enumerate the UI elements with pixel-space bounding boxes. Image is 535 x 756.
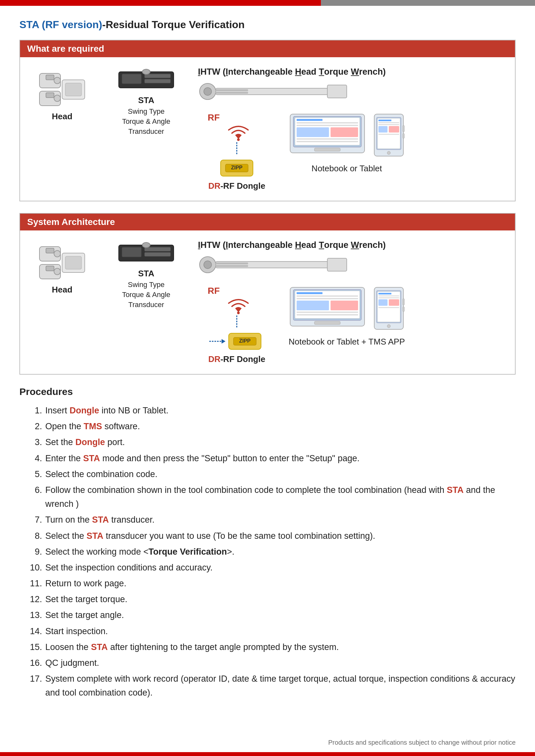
svg-rect-28 bbox=[296, 122, 358, 123]
nb-tablet-label-1: Notebook or Tablet bbox=[312, 164, 382, 174]
head-col-2: Head bbox=[27, 240, 98, 295]
list-item: 2.Open the TMS software. bbox=[26, 419, 516, 433]
rf-wifi-icon-1 bbox=[225, 123, 251, 142]
svg-rect-80 bbox=[330, 301, 358, 310]
rf-wifi-icon-2 bbox=[225, 296, 251, 315]
svg-point-2 bbox=[54, 77, 61, 84]
section1-header: What are required bbox=[20, 40, 515, 57]
dr-dongle-image-2: ZIPP bbox=[225, 328, 264, 354]
svg-rect-65 bbox=[216, 265, 248, 267]
svg-rect-48 bbox=[46, 248, 54, 253]
top-accent-bar bbox=[0, 0, 535, 6]
svg-rect-92 bbox=[379, 307, 399, 308]
svg-marker-69 bbox=[222, 339, 225, 343]
svg-rect-46 bbox=[403, 133, 404, 138]
svg-rect-79 bbox=[296, 301, 329, 310]
svg-rect-94 bbox=[403, 299, 404, 305]
sta-sublabel-1: Swing TypeTorque & AngleTransducer bbox=[122, 107, 170, 136]
dr-dongle-image-1: ZIPP bbox=[217, 155, 256, 181]
svg-point-52 bbox=[54, 268, 61, 275]
sta-sublabel-2: Swing TypeTorque & AngleTransducer bbox=[122, 280, 170, 310]
section1-top-row: Head STA Swing TypeTorque & AngleTransdu… bbox=[27, 67, 508, 191]
ihtw-image-2 bbox=[198, 254, 353, 276]
svg-rect-32 bbox=[296, 138, 358, 140]
list-item: 11.Return to work page. bbox=[26, 577, 516, 590]
head-image-2 bbox=[36, 243, 88, 282]
head-col: Head bbox=[27, 67, 98, 122]
list-item: 14.Start inspection. bbox=[26, 624, 516, 638]
tablet-image-2 bbox=[373, 286, 405, 331]
notebook-image-2 bbox=[289, 286, 366, 331]
list-item: 17.System complete with work record (ope… bbox=[26, 672, 516, 700]
list-item: 1.Insert Dongle into NB or Tablet. bbox=[26, 404, 516, 418]
list-item: 4.Enter the STA mode and then press the … bbox=[26, 451, 516, 466]
svg-rect-64 bbox=[216, 262, 248, 264]
svg-rect-90 bbox=[379, 299, 387, 306]
svg-rect-89 bbox=[379, 297, 399, 298]
svg-point-66 bbox=[237, 311, 240, 314]
svg-text:ZIPP: ZIPP bbox=[239, 338, 251, 343]
notebook-image-1 bbox=[289, 113, 366, 158]
svg-rect-40 bbox=[379, 124, 399, 125]
dr-label-1: DR-RF Dongle bbox=[208, 181, 265, 191]
list-item: 3.Set the Dongle port. bbox=[26, 435, 516, 449]
svg-rect-33 bbox=[296, 141, 358, 142]
svg-rect-41 bbox=[379, 126, 387, 132]
svg-rect-76 bbox=[296, 292, 323, 294]
svg-point-93 bbox=[387, 325, 390, 328]
ihtw-label-1: IHTW (Interchangeable Head Torque Wrench… bbox=[198, 67, 386, 77]
list-item: 8.Select the STA transducer you want to … bbox=[26, 529, 516, 543]
title-main: -Residual Torque Verification bbox=[102, 19, 244, 30]
svg-rect-87 bbox=[379, 293, 391, 294]
svg-rect-29 bbox=[296, 125, 358, 126]
svg-point-14 bbox=[204, 88, 211, 95]
head-label-2: Head bbox=[52, 285, 72, 295]
svg-point-61 bbox=[204, 261, 211, 269]
svg-rect-57 bbox=[145, 247, 170, 251]
sta-image-2 bbox=[117, 240, 175, 266]
svg-rect-30 bbox=[296, 127, 329, 137]
svg-rect-78 bbox=[296, 298, 358, 299]
svg-rect-83 bbox=[314, 321, 340, 325]
svg-point-12 bbox=[142, 69, 150, 74]
svg-rect-81 bbox=[296, 311, 358, 313]
bottom-accent-bar bbox=[0, 752, 535, 756]
list-item: 5.Select the combination code. bbox=[26, 467, 516, 481]
ihtw-col-2: IHTW (Interchangeable Head Torque Wrench… bbox=[185, 240, 508, 364]
svg-point-5 bbox=[54, 95, 61, 101]
dashed-connector-2 bbox=[232, 315, 241, 328]
svg-rect-82 bbox=[296, 314, 358, 315]
svg-rect-39 bbox=[379, 122, 399, 123]
svg-rect-16 bbox=[327, 85, 347, 98]
head-label: Head bbox=[52, 112, 72, 122]
svg-rect-31 bbox=[330, 127, 358, 137]
section1-mid-row: RF bbox=[198, 113, 405, 191]
head-image bbox=[36, 70, 88, 109]
rf-label-2: RF bbox=[208, 286, 220, 296]
svg-rect-17 bbox=[216, 89, 248, 91]
svg-rect-9 bbox=[122, 74, 141, 84]
procedures-title: Procedures bbox=[19, 386, 516, 397]
svg-rect-42 bbox=[389, 126, 399, 132]
svg-rect-77 bbox=[296, 295, 358, 297]
svg-text:ZIPP: ZIPP bbox=[231, 165, 242, 170]
nb-tablet-group-1: Notebook or Tablet bbox=[289, 113, 405, 174]
section2-top-row: Head STA Swing TypeTorque & AngleTransdu… bbox=[27, 240, 508, 364]
list-item: 9.Select the working mode <Torque Verifi… bbox=[26, 545, 516, 559]
section1-body: Head STA Swing TypeTorque & AngleTransdu… bbox=[20, 57, 515, 201]
procedures-section: Procedures 1.Insert Dongle into NB or Ta… bbox=[19, 386, 516, 700]
procedures-list: 1.Insert Dongle into NB or Tablet. 2.Ope… bbox=[19, 404, 516, 700]
list-item: 13.Set the target angle. bbox=[26, 608, 516, 622]
sta-label-1: STA bbox=[138, 95, 154, 105]
svg-rect-4 bbox=[46, 93, 54, 97]
svg-point-59 bbox=[142, 242, 150, 248]
svg-rect-54 bbox=[65, 256, 81, 269]
svg-rect-43 bbox=[379, 134, 399, 135]
svg-rect-63 bbox=[327, 258, 347, 271]
svg-point-49 bbox=[54, 251, 61, 257]
dr-label-2: DR-RF Dongle bbox=[208, 354, 265, 364]
ihtw-image-1 bbox=[198, 80, 353, 103]
footer-notice: Products and specifications subject to c… bbox=[328, 739, 516, 746]
rf-label-1: RF bbox=[208, 113, 220, 123]
title-sta-rf: STA (RF version) bbox=[19, 19, 102, 30]
